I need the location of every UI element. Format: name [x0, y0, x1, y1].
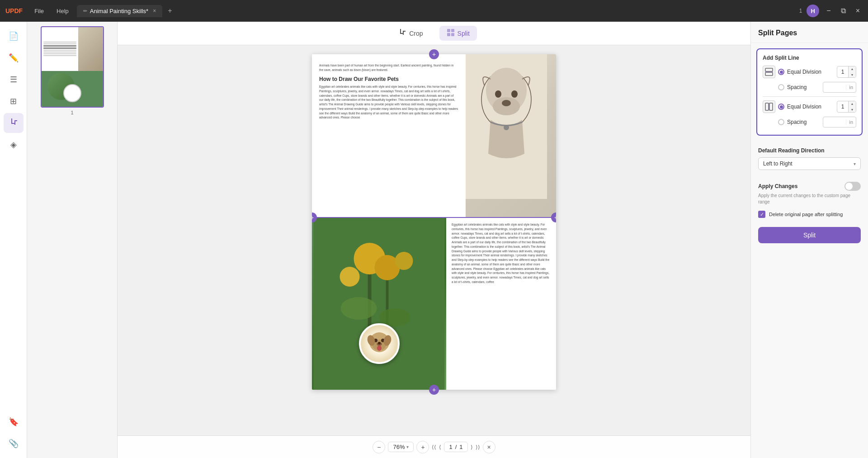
equal-division-input-2[interactable]: 1 ▲ ▼ [837, 101, 856, 113]
sidebar-item-document[interactable]: 📄 [4, 26, 24, 46]
add-split-line-label: Add Split Line [763, 55, 856, 61]
equal-division-radio-2[interactable] [778, 104, 784, 110]
svg-rect-8 [447, 29, 450, 32]
add-split-line-section: Add Split Line Equal Division 1 ▲ ▼ [756, 48, 863, 136]
nature-image-area [312, 218, 446, 390]
page-prev-button[interactable]: ⟨ [439, 444, 441, 450]
split-button-toolbar[interactable]: Split [439, 26, 477, 41]
updf-logo: UPDF [5, 7, 23, 14]
body-paragraph: Egyptian art celebrates animals like cat… [319, 85, 458, 120]
thumbnail-page-1[interactable] [41, 26, 104, 108]
spacing-row-1: Spacing in [763, 82, 856, 93]
thumbnail-panel: 1 [27, 22, 118, 458]
spacing-row-2: Spacing in [763, 117, 856, 127]
layers-icon: ◈ [10, 140, 17, 150]
sidebar-item-layers[interactable]: ◈ [4, 135, 24, 155]
sidebar-item-bookmark[interactable]: 🔖 [4, 412, 24, 432]
svg-rect-20 [314, 218, 445, 390]
crop-label: Crop [409, 30, 423, 37]
pages-icon: ⊞ [10, 96, 17, 106]
spacing-unit-1: in [846, 85, 856, 90]
titlebar-right: 1 H − ⧉ × [799, 5, 863, 17]
split-toolbar-icon [447, 28, 455, 38]
svg-rect-41 [765, 103, 769, 110]
embroidery-circle [359, 323, 400, 364]
reading-direction-dropdown[interactable]: Left to Right ▾ [758, 157, 861, 170]
tab-close-button[interactable]: × [153, 8, 156, 14]
bottom-split-dot[interactable]: + [429, 385, 439, 395]
page-nav-display: 1 / 1 [444, 442, 467, 452]
bottom-paragraph: Egyptian art celebrates animals like cat… [452, 222, 551, 284]
spacing-radio-1[interactable] [778, 84, 784, 90]
division-down-2[interactable]: ▼ [849, 107, 856, 113]
minimize-button[interactable]: − [824, 6, 833, 16]
spacing-unit-2: in [846, 119, 856, 125]
division-up-1[interactable]: ▲ [849, 66, 856, 72]
svg-point-26 [395, 252, 413, 270]
page-last-button[interactable]: ⟩⟩ [476, 444, 480, 450]
division-spinners-1[interactable]: ▲ ▼ [848, 66, 856, 78]
division-down-1[interactable]: ▼ [849, 72, 856, 78]
division-spinners-2[interactable]: ▲ ▼ [848, 101, 856, 113]
reading-direction-value: Left to Right [763, 161, 793, 167]
division-up-2[interactable]: ▲ [849, 101, 856, 107]
split-label: Split [458, 30, 470, 37]
list-icon: ☰ [10, 75, 17, 85]
attachment-icon: 📎 [9, 439, 19, 449]
right-panel: Split Pages Add Split Line Equal Divisio… [750, 22, 868, 458]
crop-icon [9, 118, 18, 129]
tab-edit-icon: ✏ [83, 8, 87, 14]
horizontal-division-row: Equal Division 1 ▲ ▼ [763, 66, 856, 78]
reading-direction-section: Default Reading Direction Left to Right … [751, 141, 868, 176]
sidebar-item-list[interactable]: ☰ [4, 70, 24, 90]
apply-changes-row: Apply Changes [758, 182, 861, 191]
sidebar-item-crop[interactable] [4, 113, 24, 133]
zoom-in-button[interactable]: + [416, 441, 429, 453]
delete-original-label: Delete original page after splitting [769, 212, 843, 217]
spacing-radio-2[interactable] [778, 119, 784, 125]
nature-background [312, 218, 446, 390]
sidebar-item-edit[interactable]: ✏️ [4, 48, 24, 68]
user-count: 1 [799, 8, 802, 14]
close-toolbar-button[interactable]: × [483, 441, 495, 453]
apply-changes-toggle[interactable] [844, 182, 861, 191]
toolbar-strip: Crop Split [118, 22, 750, 45]
page-canvas: + Animals have been part of human art fr… [118, 45, 750, 435]
page-top-section: Animals have been part of human art from… [312, 54, 556, 217]
equal-division-radio-1[interactable] [778, 69, 784, 75]
file-menu-button[interactable]: File [30, 6, 48, 16]
page-number-label: 1 [71, 110, 73, 115]
equal-division-label-1: Equal Division [787, 69, 834, 75]
delete-original-checkbox[interactable] [758, 211, 765, 218]
dog-sketch-image [466, 54, 556, 217]
split-action-button[interactable]: Split [758, 227, 861, 243]
document-icon: 📄 [9, 31, 19, 41]
main-layout: 📄 ✏️ ☰ ⊞ ◈ 🔖 📎 [0, 22, 868, 458]
zoom-out-button[interactable]: − [373, 441, 385, 453]
spacing-input-1[interactable]: in [823, 82, 857, 93]
spacing-input-2[interactable]: in [823, 117, 857, 127]
panel-title: Split Pages [751, 22, 868, 43]
dropdown-chevron-icon: ▾ [854, 161, 856, 166]
svg-point-34 [378, 342, 381, 345]
apply-changes-section: Apply Changes Apply the current changes … [751, 176, 868, 211]
page-image-right [466, 54, 556, 217]
page-next-button[interactable]: ⟩ [471, 444, 473, 450]
equal-division-input-1[interactable]: 1 ▲ ▼ [837, 66, 856, 78]
user-avatar[interactable]: H [807, 5, 819, 17]
maximize-button[interactable]: ⧉ [838, 6, 849, 16]
sidebar-item-pages[interactable]: ⊞ [4, 91, 24, 111]
sidebar-item-attachment[interactable]: 📎 [4, 434, 24, 453]
crop-button[interactable]: Crop [391, 26, 430, 41]
new-tab-button[interactable]: + [168, 7, 172, 15]
top-split-dot[interactable]: + [429, 49, 439, 59]
page-first-button[interactable]: ⟨⟨ [432, 444, 436, 450]
help-menu-button[interactable]: Help [52, 6, 73, 16]
content-wrapper: Crop Split + [118, 22, 750, 458]
zoom-level-control[interactable]: 76% ▾ [388, 442, 414, 452]
tab-title: Animal Painting Skills* [90, 8, 148, 14]
close-button[interactable]: × [853, 6, 863, 16]
page-bottom-section: Egyptian art celebrates animals like cat… [312, 218, 556, 390]
vertical-split-icon [763, 100, 775, 113]
svg-rect-42 [769, 103, 773, 110]
